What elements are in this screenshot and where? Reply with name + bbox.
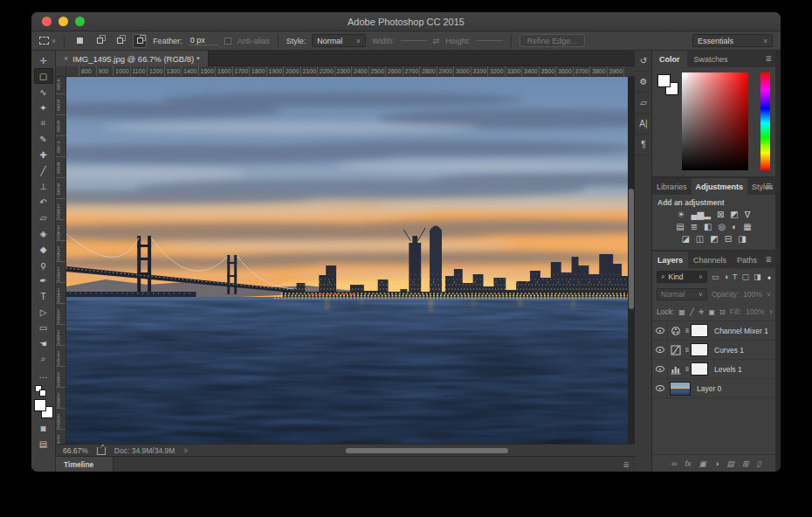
adjustment-icon[interactable]: ◪	[681, 234, 689, 245]
tool-preset-picker[interactable]: ∨	[39, 37, 56, 45]
foreground-color-swatch[interactable]	[34, 399, 46, 411]
rectangle-tool[interactable]: ▭	[34, 320, 53, 335]
adjustment-icon[interactable]: ▤	[676, 222, 684, 232]
layer-row-channel-mixer[interactable]: 8 Channel Mixer 1	[652, 321, 775, 341]
share-icon[interactable]	[97, 447, 106, 455]
panel-menu-icon[interactable]: ≣	[765, 182, 772, 190]
layer-filter-icon[interactable]: ▭	[712, 272, 719, 281]
hue-slider[interactable]	[760, 72, 770, 170]
path-selection-tool[interactable]: ▷	[34, 304, 53, 320]
eraser-tool[interactable]: ▱	[34, 210, 53, 225]
visibility-toggle[interactable]	[652, 360, 668, 378]
swap-dimensions-icon[interactable]: ⇄	[433, 37, 440, 45]
zoom-window-button[interactable]	[75, 17, 85, 26]
vertical-scrollbar-thumb[interactable]	[629, 189, 634, 309]
intersect-selection-button[interactable]	[133, 34, 147, 48]
horizontal-ruler[interactable]: 8009001000110012001300140015001600170018…	[66, 66, 635, 77]
screen-mode-button[interactable]: ▤	[34, 436, 53, 452]
layer-filter-icon[interactable]: ◑	[724, 272, 728, 281]
adjustment-icon[interactable]: ◩	[710, 234, 718, 245]
tab-styles[interactable]: Styles	[747, 178, 778, 195]
adjustment-icon[interactable]: ▄▆▂	[691, 210, 710, 220]
timeline-menu-icon[interactable]: ≣	[623, 460, 630, 469]
adjustment-icon[interactable]: ⊟	[725, 234, 732, 245]
layer-name[interactable]: Curves 1	[714, 346, 744, 355]
lasso-tool[interactable]: ∿	[34, 84, 53, 100]
visibility-toggle[interactable]	[652, 321, 668, 340]
add-to-selection-button[interactable]	[93, 34, 107, 48]
quick-mask-button[interactable]: ◙	[34, 420, 53, 436]
lock-icon[interactable]: ▣	[708, 308, 715, 316]
blend-mode-select[interactable]: Normal ∨	[657, 288, 707, 300]
status-chevron-icon[interactable]: >	[183, 446, 188, 455]
layer-row-layer0[interactable]: Layer 0	[652, 379, 775, 398]
visibility-toggle[interactable]	[652, 341, 668, 359]
lock-icon[interactable]: ▦	[678, 308, 685, 316]
history-panel-icon[interactable]: ↺	[635, 51, 652, 72]
properties-panel-icon[interactable]: ⚙	[635, 72, 652, 93]
feather-input[interactable]: 0 px	[189, 36, 218, 45]
layer-row-levels[interactable]: 8 Levels 1	[652, 360, 775, 379]
adjustment-icon[interactable]: ▦	[743, 222, 751, 232]
anti-alias-checkbox[interactable]	[224, 38, 231, 45]
edit-toolbar-button[interactable]: …	[34, 367, 53, 383]
tab-channels[interactable]: Channels	[688, 252, 732, 268]
rectangular-marquee-tool[interactable]: ▢	[34, 68, 53, 84]
layer-name[interactable]: Channel Mixer 1	[714, 327, 768, 335]
ruler-origin-corner[interactable]	[56, 66, 66, 77]
width-input[interactable]	[401, 40, 427, 41]
dodge-tool[interactable]: ϙ	[34, 257, 53, 272]
filter-type-select[interactable]: ⌕ Kind ∨	[657, 271, 707, 283]
lock-icon[interactable]: ╱	[690, 308, 694, 316]
move-tool[interactable]: ✛	[34, 52, 53, 68]
blur-tool[interactable]: ◆	[34, 241, 53, 257]
layer-mask-thumbnail[interactable]	[691, 324, 708, 337]
canvas-photo[interactable]	[66, 77, 628, 444]
timeline-tab[interactable]: Timeline	[56, 457, 114, 472]
layer-style-icon[interactable]: fx	[685, 459, 691, 468]
adjustment-icon[interactable]: ◨	[738, 234, 746, 245]
paragraph-panel-icon[interactable]: ¶	[635, 134, 652, 155]
horizontal-scrollbar-thumb[interactable]	[346, 448, 508, 453]
layer-row-curves[interactable]: 8 Curves 1	[652, 341, 775, 360]
new-group-icon[interactable]: ▤	[726, 459, 734, 468]
fill-value[interactable]: 100%	[746, 307, 765, 316]
refine-edge-button[interactable]: Refine Edge...	[520, 34, 585, 47]
new-selection-button[interactable]	[72, 34, 86, 48]
tab-libraries[interactable]: Libraries	[652, 178, 692, 195]
color-panel-swatches[interactable]	[657, 74, 678, 95]
adjustment-icon[interactable]: ◧	[704, 222, 712, 232]
hand-tool[interactable]: ☚	[34, 335, 53, 351]
foreground-background-swatches[interactable]	[34, 399, 53, 418]
vertical-scrollbar[interactable]	[628, 77, 635, 444]
info-panel-icon[interactable]: ▱	[635, 93, 652, 114]
tab-layers[interactable]: Layers	[652, 252, 688, 268]
brush-tool[interactable]: ╱	[34, 162, 53, 178]
workspace-select[interactable]: Essentials ∨	[692, 34, 773, 47]
layer-mask-thumbnail[interactable]	[691, 343, 708, 356]
gradient-tool[interactable]: ◈	[34, 225, 53, 241]
visibility-toggle[interactable]	[652, 379, 668, 397]
adjustment-icon[interactable]: ◐	[732, 222, 737, 232]
healing-brush-tool[interactable]: ✚	[34, 147, 53, 162]
layer-filter-icon[interactable]: T	[733, 272, 738, 281]
layer-image-thumbnail[interactable]	[670, 382, 691, 396]
style-select[interactable]: Normal ∨	[312, 34, 366, 47]
adjustment-icon[interactable]: ◫	[696, 234, 704, 245]
layer-name[interactable]: Levels 1	[714, 365, 742, 374]
height-input[interactable]	[477, 40, 503, 41]
zoom-tool[interactable]: ⌕	[34, 351, 53, 367]
pen-tool[interactable]: ✒	[34, 272, 53, 288]
opacity-value[interactable]: 100%	[743, 290, 762, 299]
lock-icon[interactable]: ✛	[698, 308, 705, 316]
clone-stamp-tool[interactable]: ⊥	[34, 178, 53, 194]
filter-pin-icon[interactable]: ●	[767, 274, 771, 280]
vertical-ruler[interactable]: 4005006007008009001000110012001300140015…	[56, 77, 66, 444]
default-colors-icon[interactable]	[35, 385, 46, 396]
adjustment-icon[interactable]: ◎	[719, 222, 726, 232]
title-bar[interactable]: Adobe Photoshop CC 2015	[31, 12, 781, 31]
adjustment-icon[interactable]: ◩	[730, 210, 738, 220]
minimize-window-button[interactable]	[58, 17, 68, 26]
adjustment-icon[interactable]: ∇	[745, 210, 751, 220]
new-layer-icon[interactable]: ⊞	[742, 459, 749, 468]
